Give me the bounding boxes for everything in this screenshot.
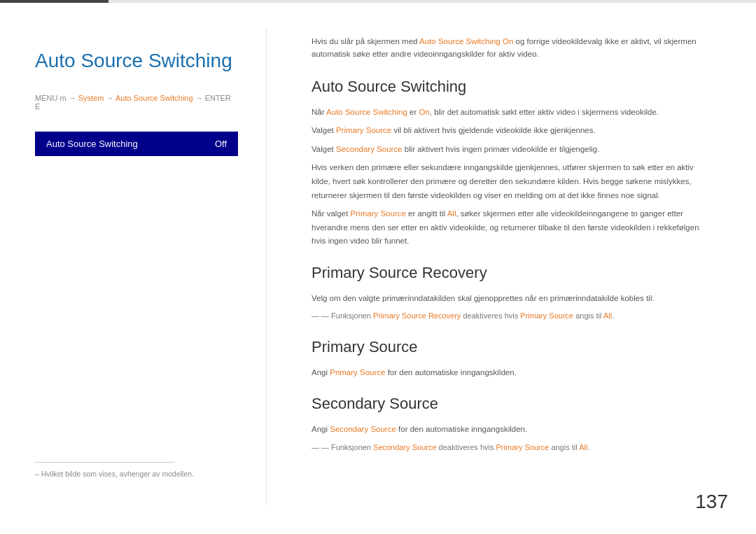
- section2-note: ― Funksjonen Primary Source Recovery dea…: [312, 310, 704, 323]
- section1-p2: Valget Primary Source vil bli aktivert h…: [312, 124, 704, 138]
- section3-p1: Angi Primary Source for den automatiske …: [312, 366, 704, 380]
- link-primary-source-5: Primary Source: [496, 443, 550, 451]
- link-primary-source-2: Primary Source: [351, 209, 406, 218]
- section4-p1: Angi Secondary Source for den automatisk…: [312, 423, 704, 437]
- link-secondary-source-1: Secondary Source: [336, 145, 402, 153]
- section1-p1: Når Auto Source Switching er On, blir de…: [312, 106, 704, 120]
- footnote-text: – Hvilket bilde som vises, avhenger av m…: [35, 470, 231, 478]
- footnote-divider: [35, 462, 175, 463]
- menu-item-value: Off: [215, 139, 227, 149]
- link-primary-source-3: Primary Source: [520, 311, 573, 320]
- divider-vertical: [266, 28, 267, 506]
- breadcrumb-prefix: MENU m →: [35, 94, 78, 102]
- section-primary-recovery: Primary Source Recovery Velg om den valg…: [312, 264, 704, 323]
- link-secondary-source-2: Secondary Source: [330, 425, 396, 433]
- section1-p3: Valget Secondary Source blir aktivert hv…: [312, 143, 704, 157]
- footnote-section: – Hvilket bilde som vises, avhenger av m…: [35, 462, 231, 478]
- section2-title: Primary Source Recovery: [312, 264, 704, 282]
- breadcrumb: MENU m → System → Auto Source Switching …: [35, 94, 238, 111]
- link-primary-source-4: Primary Source: [330, 368, 385, 377]
- section1-p5: Når valget Primary Source er angitt til …: [312, 207, 704, 248]
- menu-item-auto-source[interactable]: Auto Source Switching Off: [35, 132, 238, 156]
- menu-item-label: Auto Source Switching: [46, 139, 138, 149]
- link-auto-source-switching: Auto Source Switching: [326, 108, 407, 116]
- breadcrumb-system: System: [78, 94, 104, 102]
- section3-title: Primary Source: [312, 338, 704, 356]
- intro-link-auto-source: Auto Source Switching On: [419, 37, 513, 45]
- section1-title: Auto Source Switching: [312, 78, 704, 96]
- breadcrumb-arrow1: →: [104, 94, 115, 102]
- section2-p1: Velg om den valgte primærinndatakilden s…: [312, 292, 704, 306]
- section4-note: ― Funksjonen Secondary Source deaktivere…: [312, 442, 704, 454]
- link-primary-source-1: Primary Source: [336, 126, 391, 134]
- link-secondary-source-3: Secondary Source: [373, 443, 437, 451]
- page-number: 137: [695, 491, 728, 513]
- section4-title: Secondary Source: [312, 395, 704, 413]
- section-secondary-source: Secondary Source Angi Secondary Source f…: [312, 395, 704, 454]
- right-panel: Hvis du slår på skjermen med Auto Source…: [276, 0, 738, 534]
- link-all-2: All: [603, 311, 612, 320]
- link-on: On: [419, 108, 429, 116]
- intro-text: Hvis du slår på skjermen med Auto Source…: [312, 35, 704, 61]
- link-primary-source-recovery: Primary Source Recovery: [373, 311, 461, 320]
- link-all-1: All: [447, 209, 456, 218]
- section-primary-source: Primary Source Angi Primary Source for d…: [312, 338, 704, 380]
- link-all-3: All: [579, 443, 587, 451]
- left-panel: Auto Source Switching MENU m → System → …: [0, 0, 266, 534]
- breadcrumb-auto-source: Auto Source Switching: [115, 94, 193, 102]
- section-auto-source: Auto Source Switching Når Auto Source Sw…: [312, 78, 704, 248]
- page-title: Auto Source Switching: [35, 49, 238, 73]
- section1-p4: Hvis verken den primære eller sekundære …: [312, 161, 704, 202]
